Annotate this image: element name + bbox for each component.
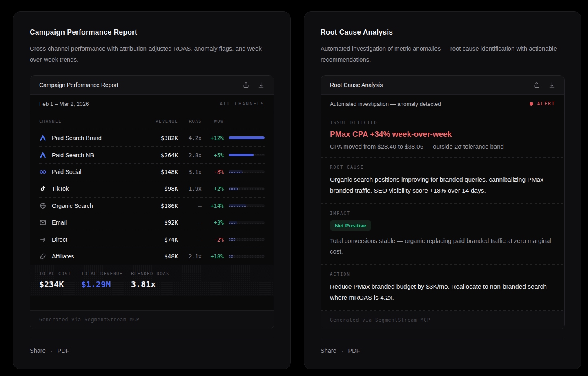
total-label: TOTAL COST [39, 271, 81, 276]
channel-icon [39, 219, 47, 226]
share-link[interactable]: Share [321, 347, 336, 355]
campaign-report-panel: Campaign Performance Report Feb 1 – Mar … [30, 75, 274, 329]
channel-name: Paid Search Brand [52, 135, 149, 141]
wow-value: +3% [202, 219, 224, 226]
wow-value: +18% [202, 253, 224, 260]
campaign-performance-card: Campaign Performance Report Cross-channe… [13, 11, 291, 369]
revenue-bar [229, 221, 265, 224]
table-row: Email $92K — +3% [39, 214, 265, 231]
action-label: ACTION [330, 271, 555, 276]
table-row: Organic Search $186K — +14% [39, 197, 265, 214]
channel-name: Direct [52, 236, 149, 243]
channel-icon [39, 202, 47, 209]
report-meta-row: Feb 1 – Mar 2, 2026 ALL CHANNELS [30, 95, 274, 113]
action-section: ACTION Reduce PMax branded budget by $3K… [321, 265, 564, 311]
total-value: $234K [39, 279, 81, 289]
channel-name: TikTok [52, 185, 149, 192]
total-value: $1.29M [81, 279, 131, 289]
channel-icon [39, 134, 47, 142]
alert-badge: ALERT [530, 101, 555, 107]
roas-value: 4.2x [178, 135, 202, 141]
impact-label: IMPACT [330, 211, 555, 216]
revenue-bar [229, 255, 265, 258]
channel-icon [39, 168, 47, 176]
channel-name: Paid Social [52, 169, 149, 175]
download-icon[interactable] [548, 82, 555, 89]
panel-actions [533, 82, 555, 89]
issue-section: ISSUE DETECTED PMax CPA +34% week-over-w… [321, 113, 564, 158]
revenue-bar [229, 170, 265, 173]
revenue-bar [229, 154, 265, 156]
table-row: TikTok $98K 1.9x +2% [39, 180, 265, 197]
total-label: BLENDED ROAS [131, 271, 169, 276]
link-separator: · [51, 347, 53, 354]
card-links: Share · PDF [30, 339, 274, 355]
panel-actions [243, 82, 265, 89]
share-icon[interactable] [243, 82, 249, 89]
revenue-value: $148K [149, 169, 178, 175]
roas-value: 1.9x [178, 185, 202, 192]
card-subtitle: Cross-channel performance with attributi… [30, 43, 274, 65]
table-row: Direct $74K — -2% [39, 231, 265, 247]
col-channel: CHANNEL [39, 119, 149, 124]
impact-badge: Net Positive [330, 220, 371, 231]
revenue-bar [229, 136, 265, 139]
alert-label: ALERT [537, 101, 555, 107]
issue-headline: PMax CPA +34% week-over-week [330, 130, 555, 139]
root-cause-card: Root Cause Analysis Automated investigat… [304, 11, 581, 369]
roas-value: 3.1x [178, 169, 202, 175]
pdf-link[interactable]: PDF [58, 347, 69, 355]
roas-value: — [178, 236, 202, 243]
pdf-link[interactable]: PDF [348, 347, 360, 355]
card-title: Root Cause Analysis [321, 28, 565, 37]
channel-icon [39, 236, 47, 243]
total-metric: BLENDED ROAS 3.81x [131, 271, 169, 289]
impact-section: IMPACT Net Positive Total conversions st… [321, 204, 564, 265]
panel-title: Campaign Performance Report [39, 82, 118, 88]
impact-text: Total conversions stable — organic repla… [330, 236, 555, 257]
panel-spacer [30, 296, 274, 310]
card-subtitle: Automated investigation of metric anomal… [321, 43, 565, 65]
table-header: CHANNEL REVENUE ROAS WOW [39, 113, 265, 129]
col-revenue: REVENUE [149, 119, 178, 124]
col-wow: WOW [202, 119, 224, 124]
revenue-bar [229, 238, 265, 241]
status-row: Automated investigation — anomaly detect… [321, 95, 564, 113]
wow-value: +12% [202, 135, 224, 141]
revenue-bar [229, 187, 265, 190]
panel-header: Campaign Performance Report [30, 76, 274, 95]
share-icon[interactable] [533, 82, 540, 89]
scope-label: ALL CHANNELS [220, 101, 265, 107]
panel-title: Root Cause Analysis [330, 82, 383, 88]
total-metric: TOTAL REVENUE $1.29M [81, 271, 131, 289]
issue-description: CPA moved from $28.40 to $38.06 — outsid… [330, 143, 555, 150]
channel-name: Organic Search [52, 202, 149, 209]
table-row: Paid Search Brand $382K 4.2x +12% [39, 129, 265, 146]
table-row: Paid Search NB $264K 2.8x +5% [39, 146, 265, 163]
card-links: Share · PDF [321, 339, 565, 355]
root-cause-text: Organic search positions improving for b… [330, 174, 555, 196]
wow-value: -8% [202, 169, 224, 175]
alert-dot-icon [530, 102, 533, 106]
panel-footer: Generated via SegmentStream MCP [321, 311, 564, 329]
issue-label: ISSUE DETECTED [330, 120, 555, 125]
revenue-value: $74K [149, 236, 178, 243]
wow-value: -2% [202, 236, 224, 243]
col-roas: ROAS [178, 119, 202, 124]
total-value: 3.81x [131, 279, 169, 289]
panel-header: Root Cause Analysis [321, 76, 564, 95]
roas-value: 2.1x [178, 253, 202, 260]
channel-table-body: Paid Search Brand $382K 4.2x +12% Paid S… [39, 129, 265, 265]
wow-value: +14% [202, 202, 224, 209]
panel-footer: Generated via SegmentStream MCP [30, 310, 274, 329]
table-row: Affiliates $48K 2.1x +18% [39, 248, 265, 265]
link-separator: · [341, 347, 343, 354]
share-link[interactable]: Share [30, 347, 46, 355]
channel-name: Affiliates [52, 253, 149, 260]
revenue-value: $92K [149, 219, 178, 226]
card-title: Campaign Performance Report [30, 28, 274, 37]
revenue-value: $186K [149, 202, 178, 209]
channel-name: Email [52, 219, 149, 226]
wow-value: +5% [202, 152, 224, 158]
download-icon[interactable] [258, 82, 265, 89]
